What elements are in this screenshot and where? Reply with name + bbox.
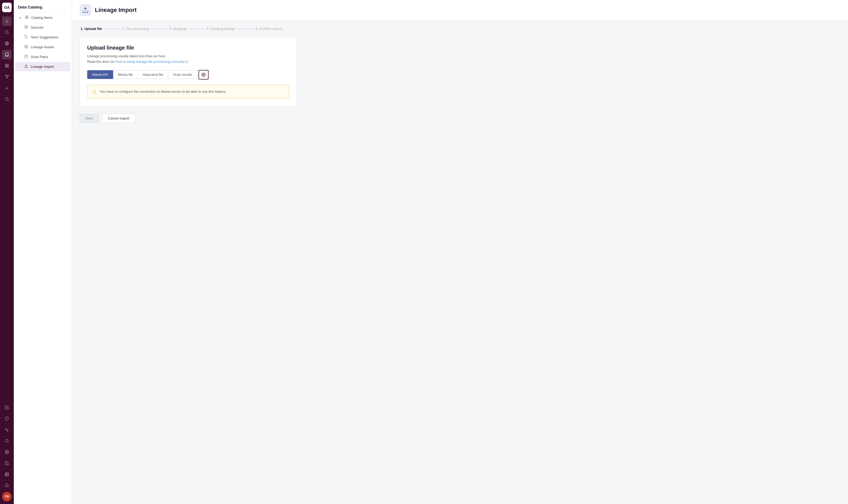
sidebar-header: Data Catalog <box>14 0 72 13</box>
svg-rect-7 <box>7 66 8 67</box>
svg-point-14 <box>5 439 8 442</box>
catalog-items-icon <box>25 15 29 20</box>
stepper-connector-3 <box>188 29 204 29</box>
user-avatar[interactable]: FB <box>2 492 12 501</box>
svg-rect-5 <box>7 64 8 66</box>
svg-marker-8 <box>5 75 8 78</box>
scan-plans-icon <box>24 55 28 59</box>
upload-card-description: Lineage processing usually takes less th… <box>87 54 289 65</box>
scan-icon[interactable] <box>2 436 12 446</box>
upload-card: Upload lineage file Lineage processing u… <box>79 37 297 106</box>
step-5-label: 5. Confirm import <box>255 27 282 31</box>
upload-card-title: Upload lineage file <box>87 45 289 51</box>
svg-rect-29 <box>25 47 26 48</box>
main-area: Lineage Import 1. Upload file 2. File pr… <box>72 0 848 504</box>
svg-point-0 <box>5 31 8 34</box>
step-1-label: 1. Upload file <box>80 27 102 31</box>
svg-rect-22 <box>27 16 28 17</box>
icon-rail: OA ⌂ FB <box>0 0 14 504</box>
table-icon[interactable] <box>2 470 12 479</box>
warning-box: ⚠ You have to configure the connection t… <box>87 85 289 98</box>
stepper-connector-1 <box>104 29 120 29</box>
lineage-assets-label: Lineage Assets <box>31 45 54 49</box>
home-icon[interactable]: ⌂ <box>2 16 12 26</box>
lineage-assets-icon <box>24 45 28 49</box>
svg-rect-28 <box>26 45 28 47</box>
tasks-icon[interactable] <box>2 403 12 412</box>
app-logo[interactable]: OA <box>2 3 12 12</box>
main-header: Lineage Import <box>72 0 848 20</box>
svg-rect-21 <box>25 16 26 17</box>
globe-icon[interactable] <box>2 39 12 48</box>
svg-rect-17 <box>5 473 8 476</box>
step-3-label: 3. Mapping <box>169 27 186 31</box>
checkbox-icon[interactable] <box>2 458 12 468</box>
catalog-items-label: Catalog Items <box>31 16 53 20</box>
search-icon[interactable] <box>2 28 12 37</box>
svg-rect-6 <box>5 66 7 67</box>
main-content: 1. Upload file 2. File processing 3. Map… <box>72 20 848 504</box>
page-title: Lineage Import <box>95 7 137 14</box>
tab-manta-api[interactable]: Manta API <box>87 70 113 79</box>
filter-icon[interactable] <box>2 72 12 82</box>
svg-rect-23 <box>25 17 26 19</box>
warning-icon: ⚠ <box>92 89 96 95</box>
svg-line-13 <box>8 100 8 101</box>
svg-point-38 <box>203 74 204 75</box>
next-button[interactable]: Next <box>79 114 99 123</box>
bell-icon[interactable] <box>2 481 12 490</box>
warning-text: You have to configure the connection to … <box>100 90 227 93</box>
svg-line-15 <box>8 442 8 443</box>
sidebar-item-catalog-items[interactable]: ▶ Catalog Items <box>15 13 70 22</box>
stepper: 1. Upload file 2. File processing 3. Map… <box>79 27 841 31</box>
stepper-step-1: 1. Upload file <box>80 27 102 31</box>
action-row: Next Cancel import <box>79 114 841 123</box>
sidebar-item-lineage-assets[interactable]: Lineage Assets <box>15 42 70 52</box>
grid-icon[interactable] <box>2 61 12 71</box>
tabs-row: Manta API Manta file Ataccama file Scan … <box>87 70 289 79</box>
scan-plans-label: Scan Plans <box>31 55 48 59</box>
sidebar-item-lineage-import[interactable]: Lineage Import <box>15 62 70 71</box>
stepper-connector-2 <box>151 29 167 29</box>
tab-scan-results[interactable]: Scan results <box>168 70 197 79</box>
desc-line-2-prefix: Read the docs on <box>87 60 114 64</box>
svg-rect-31 <box>25 55 28 58</box>
cancel-button[interactable]: Cancel import <box>102 114 136 123</box>
svg-rect-4 <box>5 64 7 66</box>
analytics-icon[interactable] <box>2 425 12 435</box>
lineage-import-icon <box>24 65 28 69</box>
gear-icon[interactable] <box>2 447 12 457</box>
svg-line-37 <box>186 61 188 62</box>
sidebar-item-term-suggestions[interactable]: Term Suggestions <box>15 33 70 42</box>
page-icon <box>79 4 91 16</box>
svg-point-25 <box>25 25 28 26</box>
lineage-import-label: Lineage Import <box>31 65 54 69</box>
tab-ataccama-file[interactable]: Ataccama file <box>138 70 168 79</box>
step-2-label: 2. File processing <box>122 27 149 31</box>
sources-icon <box>24 25 28 30</box>
docs-link[interactable]: How to setup lineage file processing cor… <box>115 59 188 65</box>
magnify-icon[interactable] <box>2 94 12 104</box>
configure-connection-button[interactable] <box>198 70 209 79</box>
svg-rect-27 <box>25 45 26 47</box>
desc-line-1: Lineage processing usually takes less th… <box>87 54 166 58</box>
tab-manta-file[interactable]: Manta file <box>113 70 138 79</box>
stepper-step-5: 5. Confirm import <box>255 27 282 31</box>
svg-rect-30 <box>26 47 28 48</box>
sidebar-item-scan-plans[interactable]: Scan Plans <box>15 52 70 61</box>
stepper-step-4: 4. Creating lineage <box>206 27 235 31</box>
svg-rect-24 <box>27 17 28 19</box>
stepper-connector-4 <box>237 29 253 29</box>
svg-line-1 <box>8 33 8 34</box>
docs-link-text: How to setup lineage file processing cor… <box>115 59 184 65</box>
bar-chart-icon[interactable] <box>2 83 12 93</box>
book-icon[interactable] <box>2 50 12 59</box>
term-suggestions-label: Term Suggestions <box>31 35 58 39</box>
shield-icon[interactable] <box>2 414 12 424</box>
svg-point-16 <box>6 452 7 453</box>
chevron-right-icon: ▶ <box>20 16 22 19</box>
sources-label: Sources <box>31 25 43 30</box>
term-suggestions-icon <box>24 35 28 39</box>
sidebar: Data Catalog ▶ Catalog Items Sources Ter… <box>14 0 72 504</box>
sidebar-item-sources[interactable]: Sources <box>15 23 70 32</box>
